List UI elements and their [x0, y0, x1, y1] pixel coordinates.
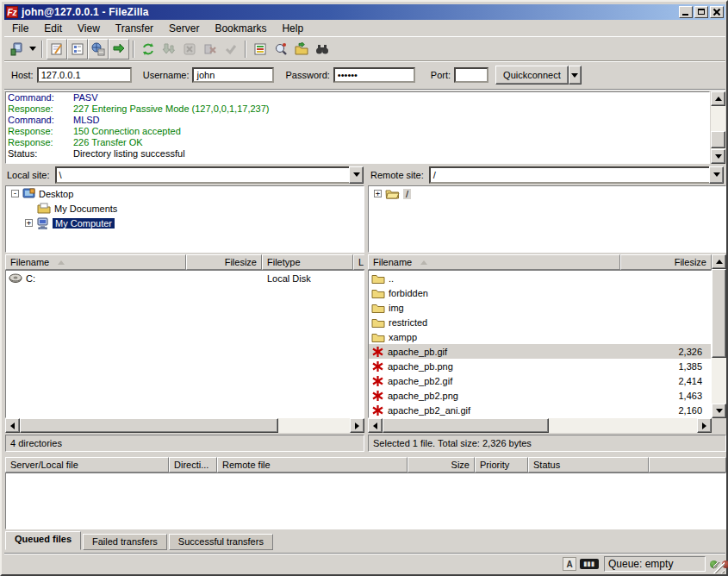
maximize-button[interactable] — [694, 6, 708, 18]
scroll-down-button[interactable] — [712, 404, 726, 418]
column-header-priority[interactable]: Priority — [475, 457, 528, 473]
synchronized-browsing-button[interactable] — [291, 39, 312, 59]
file-row[interactable]: .. — [369, 271, 711, 285]
scroll-left-button[interactable] — [5, 418, 20, 433]
menu-edit[interactable]: Edit — [36, 21, 70, 36]
scroll-right-button[interactable] — [350, 418, 364, 433]
file-row[interactable]: C: Local Disk — [6, 271, 364, 285]
menu-file[interactable]: File — [4, 21, 36, 36]
column-header-direction[interactable]: Directi... — [169, 457, 217, 473]
local-site-value[interactable]: \ — [55, 166, 349, 184]
column-header-filename[interactable]: Filename — [368, 254, 620, 270]
tab-queued-files[interactable]: Queued files — [5, 531, 81, 550]
expand-icon[interactable]: + — [374, 190, 382, 197]
tab-successful-transfers[interactable]: Successful transfers — [169, 534, 273, 550]
menu-bookmarks[interactable]: Bookmarks — [207, 21, 274, 36]
menu-server[interactable]: Server — [161, 21, 207, 36]
tree-item-my-computer[interactable]: + My Computer — [6, 216, 364, 230]
file-name: apache_pb2.png — [388, 391, 458, 401]
log-vscrollbar[interactable] — [711, 91, 725, 164]
remote-file-list[interactable]: .. forbidden img restricted xampp apache… — [368, 270, 712, 418]
file-size: 2,414 — [621, 376, 707, 386]
remote-site-value[interactable]: / — [429, 166, 709, 184]
column-header-filesize[interactable]: Filesize — [186, 254, 262, 270]
file-row[interactable]: img — [369, 300, 711, 315]
column-header-filesize[interactable]: Filesize — [620, 254, 712, 270]
toggle-remote-tree-button[interactable] — [88, 39, 109, 59]
quickconnect-dropdown[interactable] — [569, 66, 582, 85]
file-row[interactable]: apache_pb.png 1,385 — [369, 359, 711, 373]
menu-transfer[interactable]: Transfer — [108, 21, 161, 36]
remote-tree[interactable]: + / — [368, 185, 726, 253]
scroll-down-button[interactable] — [711, 149, 725, 164]
disconnect-icon — [203, 42, 217, 56]
toggle-queue-button[interactable] — [109, 39, 129, 59]
remote-hscrollbar[interactable] — [368, 418, 712, 433]
directory-filter-button[interactable] — [250, 39, 271, 59]
local-tree[interactable]: - Desktop My Documents + My Compu — [5, 185, 364, 253]
close-button[interactable] — [710, 6, 724, 18]
scroll-up-button[interactable] — [712, 254, 726, 269]
scroll-up-button[interactable] — [711, 91, 725, 106]
toggle-message-log-button[interactable] — [47, 39, 67, 59]
file-row[interactable]: apache_pb2.png 1,463 — [369, 388, 711, 403]
file-row[interactable]: apache_pb2_ani.gif 2,160 — [369, 403, 711, 417]
password-input[interactable] — [333, 67, 415, 83]
column-header-status[interactable]: Status — [528, 457, 649, 473]
tab-failed-transfers[interactable]: Failed transfers — [83, 534, 167, 550]
local-site-combo-button[interactable] — [349, 166, 364, 184]
column-header-last-modified[interactable]: L — [353, 254, 364, 270]
reconnect-button[interactable] — [221, 39, 241, 59]
message-log[interactable]: Command:PASV Response:227 Entering Passi… — [5, 91, 710, 164]
remote-site-combo-button[interactable] — [709, 166, 724, 184]
expand-icon[interactable]: + — [25, 219, 33, 227]
port-input[interactable] — [454, 67, 488, 83]
resize-grip[interactable] — [713, 562, 725, 573]
column-header-filename[interactable]: Filename — [5, 254, 186, 270]
remote-vscrollbar[interactable] — [712, 254, 726, 418]
host-input[interactable] — [37, 67, 132, 83]
file-row[interactable]: xampp — [369, 329, 711, 344]
file-row-selected[interactable]: apache_pb.gif 2,326 — [369, 344, 711, 359]
directory-comparison-button[interactable] — [312, 39, 333, 59]
tree-item-desktop[interactable]: - Desktop — [6, 186, 364, 201]
remote-site-combo[interactable]: / — [429, 166, 724, 184]
file-search-button[interactable] — [271, 39, 291, 59]
file-row[interactable]: restricted — [369, 315, 711, 329]
column-header-server-local-file[interactable]: Server/Local file — [5, 457, 169, 473]
column-header-size[interactable]: Size — [408, 457, 475, 473]
scroll-thumb[interactable] — [712, 269, 726, 358]
minimize-button[interactable] — [679, 6, 693, 18]
file-name: forbidden — [389, 288, 428, 298]
file-row[interactable]: forbidden — [369, 285, 711, 300]
toggle-local-tree-button[interactable] — [67, 39, 88, 59]
file-name: restricted — [389, 317, 427, 328]
column-header-filetype[interactable]: Filetype — [262, 254, 353, 270]
cancel-operation-button[interactable] — [179, 39, 200, 59]
site-manager-button[interactable] — [6, 39, 27, 59]
file-row[interactable]: apache_pb2.gif 2,414 — [369, 373, 711, 388]
process-queue-button[interactable] — [159, 39, 179, 59]
scroll-right-button[interactable] — [697, 418, 712, 433]
log-label: Status: — [6, 148, 73, 160]
transfer-queue-list[interactable] — [5, 473, 726, 529]
column-header-remote-file[interactable]: Remote file — [217, 457, 408, 473]
folder-icon — [371, 317, 385, 328]
local-file-list[interactable]: C: Local Disk — [5, 270, 364, 418]
quickconnect-button[interactable]: Quickconnect — [495, 66, 569, 85]
scroll-thumb[interactable] — [711, 131, 725, 148]
menu-view[interactable]: View — [70, 21, 108, 36]
collapse-icon[interactable]: - — [11, 190, 19, 197]
disconnect-button[interactable] — [200, 39, 221, 59]
tree-item-my-documents[interactable]: My Documents — [6, 201, 364, 216]
menu-help[interactable]: Help — [274, 21, 311, 36]
scroll-thumb[interactable] — [383, 418, 549, 433]
local-site-combo[interactable]: \ — [55, 166, 364, 184]
scroll-thumb[interactable] — [20, 418, 278, 433]
local-hscrollbar[interactable] — [5, 418, 364, 433]
site-manager-dropdown[interactable] — [27, 40, 38, 59]
refresh-button[interactable] — [138, 39, 159, 59]
scroll-left-button[interactable] — [368, 418, 383, 433]
username-input[interactable] — [192, 67, 274, 83]
tree-item-root[interactable]: + / — [369, 186, 725, 201]
